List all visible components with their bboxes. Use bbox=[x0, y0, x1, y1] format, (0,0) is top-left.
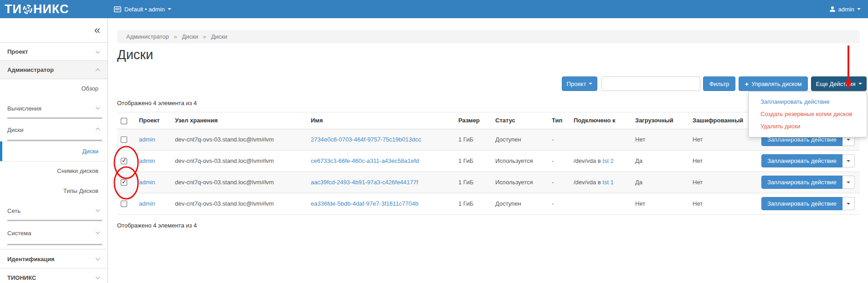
filter-button[interactable]: Фильтр bbox=[703, 76, 735, 91]
column-header-name[interactable]: Имя bbox=[307, 112, 455, 129]
menu-item-delete-disks[interactable]: Удалить диски bbox=[749, 120, 867, 132]
instance-link[interactable]: tst 1 bbox=[602, 179, 614, 186]
encrypted-cell: Нет bbox=[689, 150, 758, 172]
project-filter-dropdown-button[interactable]: Проект bbox=[562, 76, 597, 91]
size-cell: 1 ГиБ bbox=[455, 172, 492, 193]
user-label: admin bbox=[838, 6, 854, 13]
chevron-down-icon bbox=[96, 207, 100, 212]
caret-down-icon bbox=[847, 203, 850, 205]
host-cell: dev-cnt7q-ovs-03.stand.loc@lvm#lvm bbox=[171, 172, 307, 193]
logo: ТИ НИКС bbox=[5, 0, 69, 18]
row-action-split-button: Запланировать действие bbox=[761, 176, 855, 189]
column-header-attached[interactable]: Подключено к bbox=[570, 112, 632, 129]
more-actions-button[interactable]: Еще Действия bbox=[811, 76, 867, 91]
page-title: Диски bbox=[117, 47, 153, 62]
host-cell: dev-cnt7q-ovs-03.stand.loc@lvm#lvm bbox=[171, 129, 307, 150]
schedule-action-button[interactable]: Запланировать действие bbox=[761, 154, 842, 167]
project-link[interactable]: admin bbox=[139, 136, 155, 143]
row-checkbox[interactable] bbox=[121, 136, 127, 143]
column-header-project[interactable]: Проект bbox=[135, 112, 171, 129]
collapse-sidebar-icon[interactable]: « bbox=[94, 24, 100, 36]
caret-down-icon bbox=[168, 8, 171, 10]
project-link[interactable]: admin bbox=[139, 179, 155, 186]
sidebar-item-tionix[interactable]: ТИОНИКС bbox=[0, 268, 108, 283]
volume-name-link[interactable]: ce6733c3-66fe-460c-a311-a43ec58a1efd bbox=[311, 157, 419, 164]
row-actions-caret-button[interactable] bbox=[842, 154, 855, 167]
chevron-down-icon bbox=[96, 256, 100, 260]
column-header-status[interactable]: Статус bbox=[492, 112, 548, 129]
breadcrumb-separator: » bbox=[174, 33, 177, 40]
row-actions-caret-button[interactable] bbox=[842, 197, 855, 210]
sidebar-item-system[interactable]: Система bbox=[0, 221, 108, 244]
status-cell: Доступен bbox=[492, 129, 548, 150]
type-cell: - bbox=[548, 193, 570, 214]
caret-down-icon bbox=[857, 8, 861, 10]
chevron-down-icon bbox=[96, 49, 100, 53]
schedule-action-button[interactable]: Запланировать действие bbox=[761, 176, 842, 189]
sidebar-item-identity[interactable]: Идентификация bbox=[0, 249, 108, 268]
sidebar-item-project[interactable]: Проект bbox=[0, 43, 108, 61]
column-header-size[interactable]: Размер bbox=[455, 112, 492, 129]
chevron-up-icon bbox=[96, 68, 100, 73]
instance-link[interactable]: tst 2 bbox=[602, 157, 614, 164]
bootable-cell: Нет bbox=[632, 193, 689, 214]
context-label: Default • admin bbox=[124, 6, 164, 13]
row-action-split-button: Запланировать действие bbox=[761, 197, 855, 210]
select-all-checkbox[interactable] bbox=[121, 118, 127, 124]
sidebar-item-administrator[interactable]: Администратор bbox=[0, 61, 108, 79]
status-cell: Используется bbox=[492, 150, 548, 172]
bootable-cell: Да bbox=[632, 172, 689, 193]
sidebar-item-disk-types[interactable]: Типы Дисков bbox=[0, 180, 108, 200]
caret-down-icon bbox=[847, 139, 850, 141]
column-header-bootable[interactable]: Загрузочный bbox=[632, 112, 689, 129]
attached-cell bbox=[570, 193, 632, 214]
attached-cell: /dev/vda в tst 1 bbox=[570, 172, 632, 193]
projects-icon bbox=[114, 6, 121, 12]
sidebar-item-disk-snapshots[interactable]: Снимки дисков bbox=[0, 162, 108, 180]
user-menu[interactable]: admin bbox=[829, 0, 861, 18]
column-header-encrypted[interactable]: Зашифрованный bbox=[689, 112, 758, 129]
logo-text-prefix: ТИ bbox=[5, 2, 22, 16]
bootable-cell: Да bbox=[632, 150, 689, 172]
size-cell: 1 ГиБ bbox=[455, 150, 492, 172]
row-checkbox[interactable] bbox=[121, 179, 127, 186]
chevron-up-icon bbox=[96, 127, 100, 132]
chevron-down-icon bbox=[96, 105, 100, 109]
project-link[interactable]: admin bbox=[139, 157, 155, 164]
menu-item-create-backups[interactable]: Создать резервные копии дисков bbox=[749, 108, 867, 120]
sidebar-item-overview[interactable]: Обзор bbox=[0, 79, 108, 98]
sidebar: « Проект Администратор Обзор Вычисления … bbox=[0, 18, 108, 283]
search-input[interactable] bbox=[601, 76, 700, 91]
manage-disk-button[interactable]: + Управлять диском bbox=[739, 76, 808, 91]
sidebar-divider bbox=[7, 244, 102, 245]
volume-name-link[interactable]: 2734e0c6-0703-464f-9757-75c19b013dcc bbox=[311, 136, 421, 143]
menu-item-schedule-action[interactable]: Запланировать действие bbox=[749, 96, 867, 108]
encrypted-cell: Нет bbox=[689, 172, 758, 193]
row-checkbox[interactable] bbox=[121, 201, 127, 207]
column-header-host[interactable]: Узел хранения bbox=[171, 112, 307, 129]
breadcrumb-separator: » bbox=[203, 33, 206, 40]
sidebar-item-compute[interactable]: Вычисления bbox=[0, 98, 108, 117]
table-row: admin dev-cnt7q-ovs-03.stand.loc@lvm#lvm… bbox=[117, 193, 860, 214]
sidebar-item-disks-group[interactable]: Диски bbox=[0, 119, 108, 140]
type-cell: - bbox=[548, 129, 570, 150]
project-link[interactable]: admin bbox=[139, 200, 155, 207]
breadcrumb: Администратор » Диски » Диски bbox=[117, 30, 860, 43]
row-actions-caret-button[interactable] bbox=[842, 176, 855, 189]
caret-down-icon bbox=[847, 160, 850, 162]
more-actions-menu: Запланировать действие Создать резервные… bbox=[748, 91, 867, 137]
volume-name-link[interactable]: ea336fde-5bdb-4daf-97e7-3f1611c7704b bbox=[311, 200, 418, 207]
host-cell: dev-cnt7q-ovs-03.stand.loc@lvm#lvm bbox=[171, 193, 307, 214]
column-header-type[interactable]: Тип bbox=[548, 112, 570, 129]
breadcrumb-item: Администратор bbox=[126, 33, 169, 40]
row-checkbox[interactable] bbox=[121, 158, 127, 164]
chevron-down-icon bbox=[96, 275, 100, 279]
size-cell: 1 ГиБ bbox=[455, 193, 492, 214]
sidebar-item-network[interactable]: Сеть bbox=[0, 200, 108, 220]
encrypted-cell: Нет bbox=[689, 129, 758, 150]
project-context-menu[interactable]: Default • admin bbox=[114, 0, 171, 18]
table-row: admin dev-cnt7q-ovs-03.stand.loc@lvm#lvm… bbox=[117, 172, 860, 193]
volume-name-link[interactable]: aac39fcd-2493-4b91-97a3-c426fe44177f bbox=[311, 179, 418, 186]
schedule-action-button[interactable]: Запланировать действие bbox=[761, 197, 842, 210]
sidebar-item-disks-active[interactable]: Диски bbox=[0, 141, 108, 162]
